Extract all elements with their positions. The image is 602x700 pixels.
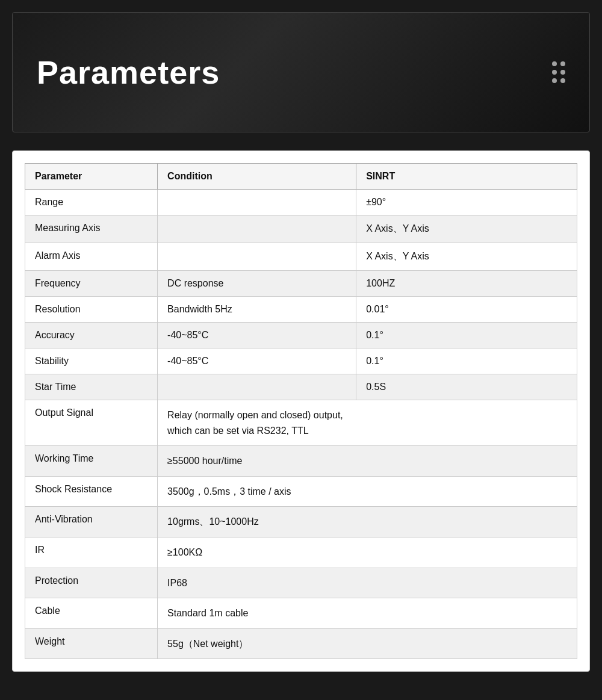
cell-condition: Standard 1m cable — [158, 598, 577, 629]
table-row: Range±90° — [25, 190, 577, 215]
dot-4 — [560, 70, 565, 75]
cell-condition: -40~85°C — [158, 348, 356, 374]
table-row: FrequencyDC response100HZ — [25, 271, 577, 297]
cell-condition — [158, 243, 356, 271]
table-row: Weight55g（Net weight） — [25, 628, 577, 659]
table-row: CableStandard 1m cable — [25, 598, 577, 629]
cell-parameter: Measuring Axis — [25, 215, 158, 243]
cell-condition: 10grms、10~1000Hz — [158, 507, 577, 537]
table-row: Shock Resistance3500g，0.5ms，3 time / axi… — [25, 476, 577, 507]
cell-parameter: Accuracy — [25, 323, 158, 348]
table-row: ResolutionBandwidth 5Hz0.01° — [25, 297, 577, 323]
col-header-parameter: Parameter — [25, 164, 158, 190]
cell-condition: ≥55000 hour/time — [158, 446, 577, 477]
cell-parameter: Frequency — [25, 271, 158, 297]
cell-parameter: Stability — [25, 348, 158, 374]
cell-parameter: Output Signal — [25, 400, 158, 446]
col-header-value: SINRT — [356, 164, 577, 190]
table-row: ProtectionIP68 — [25, 568, 577, 598]
cell-value: 0.01° — [356, 297, 577, 323]
cell-condition: ≥100KΩ — [158, 537, 577, 568]
cell-parameter: Shock Resistance — [25, 476, 158, 507]
cell-parameter: IR — [25, 537, 158, 568]
cell-condition: IP68 — [158, 568, 577, 598]
cell-parameter: Working Time — [25, 446, 158, 477]
cell-value: 0.5S — [356, 374, 577, 400]
table-row: Anti-Vibration10grms、10~1000Hz — [25, 507, 577, 537]
cell-condition: Relay (normally open and closed) output,… — [158, 400, 577, 446]
table-row: Measuring AxisX Axis、Y Axis — [25, 215, 577, 243]
cell-parameter: Range — [25, 190, 158, 215]
table-row: Working Time≥55000 hour/time — [25, 446, 577, 477]
cell-parameter: Alarm Axis — [25, 243, 158, 271]
cell-value: 100HZ — [356, 271, 577, 297]
parameters-table: Parameter Condition SINRT Range±90°Measu… — [25, 163, 577, 659]
cell-condition — [158, 374, 356, 400]
cell-parameter: Anti-Vibration — [25, 507, 158, 537]
dot-6 — [560, 78, 565, 83]
table-row: Accuracy-40~85°C0.1° — [25, 323, 577, 348]
table-section: Parameter Condition SINRT Range±90°Measu… — [12, 150, 590, 672]
cell-condition — [158, 215, 356, 243]
cell-condition: 3500g，0.5ms，3 time / axis — [158, 476, 577, 507]
cell-condition: -40~85°C — [158, 323, 356, 348]
cell-condition: Bandwidth 5Hz — [158, 297, 356, 323]
table-row: IR≥100KΩ — [25, 537, 577, 568]
cell-condition — [158, 190, 356, 215]
cell-condition: DC response — [158, 271, 356, 297]
dots-icon — [552, 61, 565, 83]
col-header-condition: Condition — [158, 164, 356, 190]
cell-parameter: Protection — [25, 568, 158, 598]
header-section: Parameters — [12, 12, 590, 132]
table-row: Star Time0.5S — [25, 374, 577, 400]
cell-parameter: Resolution — [25, 297, 158, 323]
dot-1 — [552, 61, 557, 66]
cell-parameter: Cable — [25, 598, 158, 629]
cell-parameter: Weight — [25, 628, 158, 659]
cell-condition: 55g（Net weight） — [158, 628, 577, 659]
dot-2 — [560, 61, 565, 66]
page-title: Parameters — [37, 54, 220, 91]
table-header-row: Parameter Condition SINRT — [25, 164, 577, 190]
table-row: Alarm AxisX Axis、Y Axis — [25, 243, 577, 271]
dot-3 — [552, 70, 557, 75]
cell-value: 0.1° — [356, 323, 577, 348]
table-row: Output SignalRelay (normally open and cl… — [25, 400, 577, 446]
cell-parameter: Star Time — [25, 374, 158, 400]
cell-value: X Axis、Y Axis — [356, 215, 577, 243]
table-row: Stability-40~85°C0.1° — [25, 348, 577, 374]
cell-value: ±90° — [356, 190, 577, 215]
cell-value: 0.1° — [356, 348, 577, 374]
cell-value: X Axis、Y Axis — [356, 243, 577, 271]
dot-5 — [552, 78, 557, 83]
